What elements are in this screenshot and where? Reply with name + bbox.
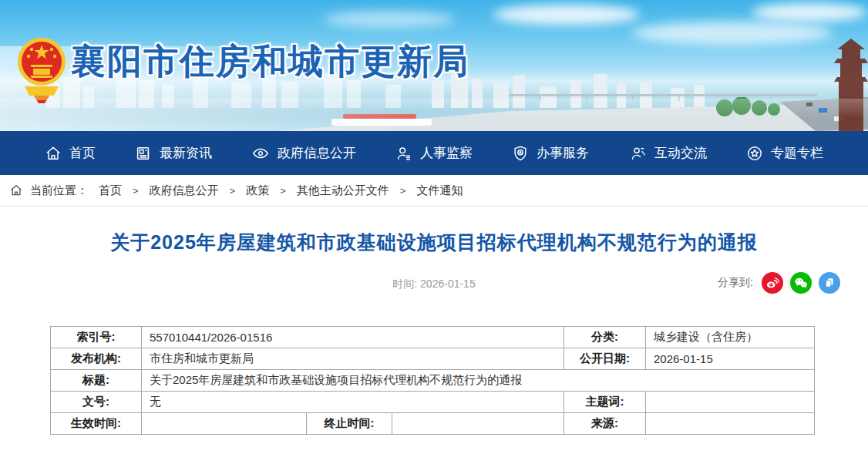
copy-link-icon[interactable] bbox=[819, 272, 840, 294]
table-row: 索引号: 557010441/2026-01516 分类: 城乡建设（含住房） bbox=[51, 327, 815, 348]
table-row: 标题: 关于2025年房屋建筑和市政基础设施项目招标代理机构不规范行为的通报 bbox=[51, 370, 815, 392]
nav-label: 首页 bbox=[69, 144, 96, 162]
cloud-shape bbox=[752, 3, 867, 22]
title-value: 关于2025年房屋建筑和市政基础设施项目招标代理机构不规范行为的通报 bbox=[142, 370, 815, 392]
nav-label: 人事监察 bbox=[420, 144, 473, 162]
table-row: 文号: 无 主题词: bbox=[51, 392, 815, 413]
breadcrumb-separator: > bbox=[280, 185, 286, 197]
nav-item-special[interactable]: 专题专栏 bbox=[746, 144, 823, 162]
category-value: 城乡建设（含住房） bbox=[646, 327, 815, 348]
breadcrumb-home-icon bbox=[9, 183, 23, 197]
cloud-shape bbox=[632, 22, 833, 45]
nav-item-home[interactable]: 首页 bbox=[45, 144, 96, 162]
wechat-icon[interactable] bbox=[790, 272, 812, 294]
main-nav: 首页 最新资讯 政府信息公开 人事监察 办事服务 互动交流 专题专栏 bbox=[0, 131, 868, 175]
nav-label: 政府信息公开 bbox=[278, 144, 356, 162]
eye-icon bbox=[251, 145, 270, 162]
keywords-value bbox=[646, 392, 815, 413]
breadcrumb-item-gov-info[interactable]: 政府信息公开 bbox=[150, 183, 219, 198]
star-icon bbox=[746, 145, 763, 162]
breadcrumb-item-policy[interactable]: 政策 bbox=[246, 183, 269, 198]
nav-item-news[interactable]: 最新资讯 bbox=[135, 144, 212, 162]
nav-item-services[interactable]: 办事服务 bbox=[512, 144, 589, 162]
index-value: 557010441/2026-01516 bbox=[142, 327, 564, 348]
national-emblem bbox=[15, 32, 68, 106]
effective-value bbox=[142, 413, 307, 435]
source-label: 来源: bbox=[564, 413, 646, 435]
docnum-label: 文号: bbox=[51, 392, 142, 413]
share-label: 分享到: bbox=[718, 276, 753, 290]
effective-label: 生效时间: bbox=[51, 413, 142, 435]
shield-icon bbox=[512, 145, 529, 162]
site-title: 襄阳市住房和城市更新局 bbox=[71, 39, 469, 85]
source-value bbox=[646, 413, 815, 435]
person-icon bbox=[395, 145, 412, 162]
chat-icon bbox=[628, 145, 647, 162]
agency-label: 发布机构: bbox=[51, 348, 142, 370]
expiry-value bbox=[392, 413, 564, 435]
nav-label: 互动交流 bbox=[654, 144, 707, 162]
document-meta-table: 索引号: 557010441/2026-01516 分类: 城乡建设（含住房） … bbox=[50, 326, 815, 435]
breadcrumb: 当前位置： 首页 > 政府信息公开 > 政策 > 其他主动公开文件 > 文件通知 bbox=[0, 175, 868, 207]
breadcrumb-label: 当前位置： bbox=[30, 183, 88, 198]
keywords-label: 主题词: bbox=[564, 392, 646, 413]
nav-label: 办事服务 bbox=[537, 144, 589, 162]
nav-item-personnel[interactable]: 人事监察 bbox=[395, 144, 473, 162]
expiry-label: 终止时间: bbox=[307, 413, 392, 435]
pubdate-value: 2026-01-15 bbox=[646, 348, 815, 370]
breadcrumb-item-notices[interactable]: 文件通知 bbox=[416, 183, 463, 198]
header-banner: 襄阳市住房和城市更新局 bbox=[0, 0, 868, 131]
agency-value: 市住房和城市更新局 bbox=[142, 348, 564, 370]
nav-item-interaction[interactable]: 互动交流 bbox=[628, 144, 707, 162]
docnum-value: 无 bbox=[142, 392, 564, 413]
page-title: 关于2025年房屋建筑和市政基础设施项目招标代理机构不规范行为的通报 bbox=[0, 230, 868, 255]
breadcrumb-separator: > bbox=[133, 185, 139, 197]
category-label: 分类: bbox=[564, 327, 646, 348]
time-label: 时间: bbox=[392, 277, 417, 290]
nav-label: 最新资讯 bbox=[160, 144, 212, 162]
cloud-shape bbox=[493, 5, 640, 25]
breadcrumb-item-home[interactable]: 首页 bbox=[99, 183, 122, 198]
breadcrumb-separator: > bbox=[400, 185, 406, 197]
table-row: 发布机构: 市住房和城市更新局 公开日期: 2026-01-15 bbox=[51, 348, 815, 370]
breadcrumb-separator: > bbox=[230, 185, 236, 197]
news-icon bbox=[135, 145, 152, 162]
article-meta-row: 时间: 2026-01-15 分享到: bbox=[0, 272, 868, 295]
title-label: 标题: bbox=[51, 370, 142, 392]
nav-label: 专题专栏 bbox=[771, 144, 823, 162]
nav-item-gov-info[interactable]: 政府信息公开 bbox=[251, 144, 356, 162]
share-bar: 分享到: bbox=[718, 272, 840, 294]
index-label: 索引号: bbox=[51, 327, 142, 348]
cloud-shape bbox=[324, 11, 455, 28]
table-row: 生效时间: 终止时间: 来源: bbox=[51, 413, 815, 435]
time-value: 2026-01-15 bbox=[420, 277, 476, 290]
weibo-icon[interactable] bbox=[762, 272, 783, 294]
pubdate-label: 公开日期: bbox=[564, 348, 646, 370]
home-icon bbox=[45, 145, 62, 162]
breadcrumb-item-other-docs[interactable]: 其他主动公开文件 bbox=[297, 183, 389, 198]
